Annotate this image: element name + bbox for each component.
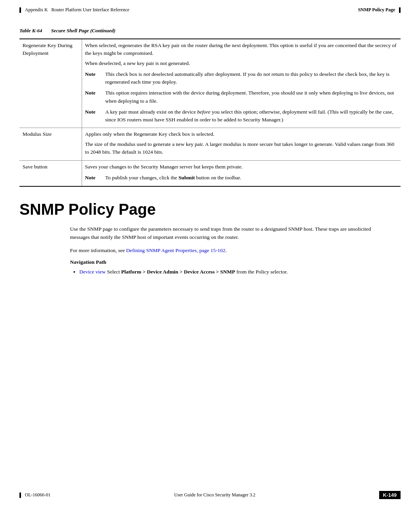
row-label-save: Save button <box>19 161 82 186</box>
table-number: Table K-64 <box>19 28 42 33</box>
para2-suffix: . <box>226 247 227 253</box>
regen-para1: When selected, regenerates the RSA key p… <box>85 42 398 58</box>
table-name: Secure Shell Page (Continued) <box>51 28 116 33</box>
row-label-modulus: Modulus Size <box>19 128 82 161</box>
table-row: Modulus Size Applies only when the Regen… <box>19 128 401 161</box>
breadcrumb-text: Router Platform User Interface Reference <box>51 7 130 13</box>
modulus-para2: The size of the modulus used to generate… <box>85 140 398 156</box>
row-label-regenerate: Regenerate Key DuringDeployment <box>19 39 82 128</box>
nav-path-item-text: Select Platform > Device Admin > Device … <box>107 269 288 275</box>
page-footer: OL-16066-01 User Guide for Cisco Securit… <box>0 488 420 502</box>
footer-left: OL-16066-01 <box>19 492 51 498</box>
nav-path-heading: Navigation Path <box>70 259 381 265</box>
table-title: Table K-64 Secure Shell Page (Continued) <box>19 28 401 34</box>
snmp-intro-para1: Use the SNMP page to configure the param… <box>70 225 381 242</box>
note-3: Note A key pair must already exist on th… <box>85 108 398 124</box>
page-container: Appendix K Router Platform User Interfac… <box>0 0 420 510</box>
note-2: Note This option requires interaction wi… <box>85 89 398 105</box>
snmp-intro-para2: For more information, see Defining SNMP … <box>70 246 381 255</box>
para2-prefix: For more information, see <box>70 247 126 253</box>
table-row: Save button Saves your changes to the Se… <box>19 161 401 186</box>
save-para1: Saves your changes to the Security Manag… <box>85 163 398 171</box>
note-4: Note To publish your changes, click the … <box>85 174 398 182</box>
note-1: Note This check box is not deselected au… <box>85 70 398 86</box>
note-label-1: Note <box>85 70 105 86</box>
footer-center: User Guide for Cisco Security Manager 3.… <box>174 492 256 498</box>
footer-guide-title: User Guide for Cisco Security Manager 3.… <box>174 492 256 498</box>
note-text-4: To publish your changes, click the Submi… <box>105 174 241 182</box>
device-view-link[interactable]: Device view <box>79 269 106 275</box>
note-text-1: This check box is not deselected automat… <box>105 70 398 86</box>
regen-para2: When deselected, a new key pair is not g… <box>85 60 398 67</box>
row-content-save: Saves your changes to the Security Manag… <box>82 161 401 186</box>
page-number-badge: K-149 <box>379 491 401 499</box>
snmp-section-heading: SNMP Policy Page <box>19 201 401 218</box>
row-content-modulus: Applies only when the Regenerate Key che… <box>82 128 401 161</box>
row-content-regenerate: When selected, regenerates the RSA key p… <box>82 39 401 128</box>
header-left-bar <box>19 7 21 13</box>
footer-right: K-149 <box>379 491 401 499</box>
snmp-agent-properties-link[interactable]: Defining SNMP Agent Properties, page 15-… <box>126 247 225 253</box>
note-label-4: Note <box>85 174 105 182</box>
appendix-label: Appendix K <box>25 7 48 13</box>
footer-left-bar <box>19 492 21 498</box>
note-text-2: This option requires interaction with th… <box>105 89 398 105</box>
note-text-3: A key pair must already exist on the dev… <box>105 108 398 124</box>
main-table: Regenerate Key DuringDeployment When sel… <box>19 39 401 187</box>
header-right-bar <box>399 7 401 13</box>
table-title-text: Table K-64 Secure Shell Page (Continued) <box>19 28 116 33</box>
table-row: Regenerate Key DuringDeployment When sel… <box>19 39 401 128</box>
nav-path-item: Device view Select Platform > Device Adm… <box>79 268 381 276</box>
header-breadcrumb: Appendix K Router Platform User Interfac… <box>19 7 130 13</box>
nav-path-list: Device view Select Platform > Device Adm… <box>79 268 381 276</box>
header-section-title: SNMP Policy Page <box>358 7 401 13</box>
content-area: Table K-64 Secure Shell Page (Continued)… <box>0 16 420 286</box>
page-header: Appendix K Router Platform User Interfac… <box>0 0 420 16</box>
note-label-2: Note <box>85 89 105 105</box>
header-section-title-text: SNMP Policy Page <box>358 7 395 13</box>
snmp-section-body: Use the SNMP page to configure the param… <box>70 225 381 276</box>
modulus-para1: Applies only when the Regenerate Key che… <box>85 130 398 138</box>
note-label-3: Note <box>85 108 105 124</box>
footer-doc-id: OL-16066-01 <box>25 492 51 498</box>
